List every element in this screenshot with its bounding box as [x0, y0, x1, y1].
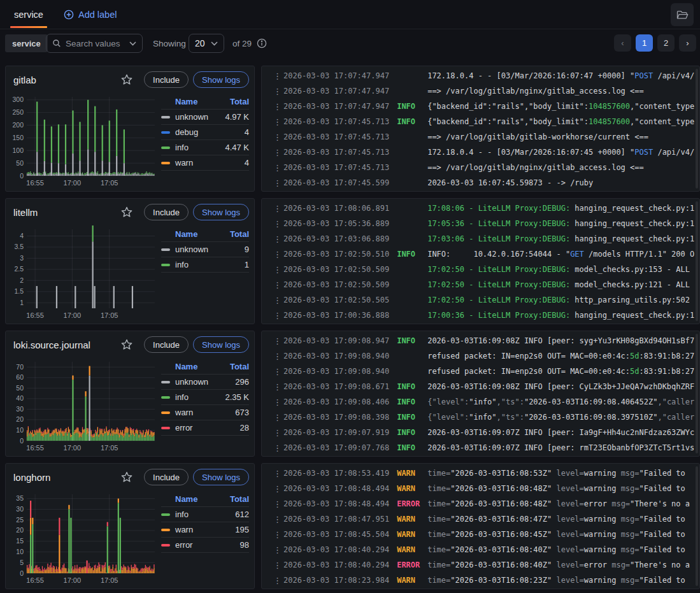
kebab-menu-icon[interactable]: ⋮ — [273, 132, 283, 142]
add-label-button[interactable]: Add label — [64, 0, 117, 29]
kebab-menu-icon[interactable]: ⋮ — [273, 515, 283, 524]
kebab-menu-icon[interactable]: ⋮ — [273, 443, 283, 453]
kebab-menu-icon[interactable]: ⋮ — [273, 163, 283, 173]
kebab-menu-icon[interactable]: ⋮ — [273, 499, 283, 509]
show-logs-button[interactable]: Show logs — [193, 469, 249, 485]
log-row[interactable]: ⋮2026-03-03 17:07:45.5992026-03-03 16:07… — [262, 175, 694, 190]
legend-row-info[interactable]: info612 — [161, 507, 249, 522]
log-panel-scrollbar[interactable] — [696, 334, 698, 454]
log-row[interactable]: ⋮2026-03-03 17:08:53.419WARNtime="2026-0… — [262, 466, 694, 481]
log-row[interactable]: ⋮2026-03-03 17:09:08.940refused packet: … — [262, 348, 694, 364]
log-row[interactable]: ⋮2026-03-03 17:02:50.50917:02:50 - LiteL… — [262, 277, 694, 292]
kebab-menu-icon[interactable]: ⋮ — [273, 71, 283, 81]
legend-row-info[interactable]: info2.35 K — [161, 390, 249, 405]
kebab-menu-icon[interactable]: ⋮ — [273, 296, 283, 305]
log-row[interactable]: ⋮2026-03-03 17:09:07.768INFO2026-03-03T1… — [262, 440, 694, 455]
kebab-menu-icon[interactable]: ⋮ — [273, 178, 283, 188]
log-row[interactable]: ⋮2026-03-03 17:09:08.671INFO2026-03-03T1… — [262, 379, 694, 394]
legend-row-unknown[interactable]: unknown4.97 K — [161, 110, 249, 125]
kebab-menu-icon[interactable]: ⋮ — [273, 336, 283, 346]
kebab-menu-icon[interactable]: ⋮ — [273, 367, 283, 376]
log-row[interactable]: ⋮2026-03-03 17:08:45.504WARNtime="2026-0… — [262, 527, 694, 542]
log-row[interactable]: ⋮2026-03-03 17:03:06.88917:03:06 - LiteL… — [262, 231, 694, 246]
favorite-star-icon[interactable] — [121, 74, 132, 85]
kebab-menu-icon[interactable]: ⋮ — [273, 428, 283, 438]
legend-row-unknown[interactable]: unknown9 — [161, 242, 249, 257]
legend-header-name[interactable]: Name — [161, 97, 230, 106]
legend-header-total[interactable]: Total — [230, 229, 249, 239]
log-panel-scrollbar[interactable] — [696, 466, 698, 586]
kebab-menu-icon[interactable]: ⋮ — [273, 117, 283, 127]
log-row[interactable]: ⋮2026-03-03 17:09:08.947INFO2026-03-03T1… — [262, 333, 694, 348]
chevron-down-icon[interactable] — [129, 41, 136, 46]
log-row[interactable]: ⋮2026-03-03 17:07:45.713INFO{"backend_id… — [262, 114, 694, 129]
legend-row-info[interactable]: info1 — [161, 257, 249, 273]
kebab-menu-icon[interactable]: ⋮ — [273, 102, 283, 111]
log-row[interactable]: ⋮2026-03-03 17:07:47.947172.18.0.4 - - [… — [262, 68, 694, 83]
include-button[interactable]: Include — [144, 336, 189, 353]
kebab-menu-icon[interactable]: ⋮ — [273, 265, 283, 275]
kebab-menu-icon[interactable]: ⋮ — [273, 397, 283, 407]
legend-row-error[interactable]: error98 — [161, 538, 249, 553]
legend-row-info[interactable]: info4.47 K — [161, 140, 249, 155]
legend-row-unknown[interactable]: unknown296 — [161, 375, 249, 390]
tab-service[interactable]: service — [10, 0, 47, 29]
legend-row-warn[interactable]: warn673 — [161, 405, 249, 420]
include-button[interactable]: Include — [144, 71, 189, 88]
log-row[interactable]: ⋮2026-03-03 17:09:07.919INFO2026-03-03T1… — [262, 425, 694, 440]
legend-header-total[interactable]: Total — [230, 97, 249, 106]
show-logs-button[interactable]: Show logs — [193, 71, 249, 88]
kebab-menu-icon[interactable]: ⋮ — [273, 250, 283, 259]
legend-header-total[interactable]: Total — [230, 494, 249, 504]
pagination-prev-button[interactable]: ‹ — [614, 34, 631, 52]
kebab-menu-icon[interactable]: ⋮ — [273, 413, 283, 422]
favorite-star-icon[interactable] — [121, 339, 132, 350]
log-row[interactable]: ⋮2026-03-03 17:09:08.940refused packet: … — [262, 364, 694, 379]
log-panel-scrollbar[interactable] — [696, 201, 698, 321]
pagination-page-1[interactable]: 1 — [636, 34, 653, 52]
kebab-menu-icon[interactable]: ⋮ — [273, 382, 283, 392]
kebab-menu-icon[interactable]: ⋮ — [273, 545, 283, 555]
legend-header-name[interactable]: Name — [161, 229, 230, 239]
kebab-menu-icon[interactable]: ⋮ — [273, 484, 283, 494]
kebab-menu-icon[interactable]: ⋮ — [273, 234, 283, 244]
show-logs-button[interactable]: Show logs — [193, 336, 249, 353]
log-row[interactable]: ⋮2026-03-03 17:05:36.88917:05:36 - LiteL… — [262, 216, 694, 231]
log-row[interactable]: ⋮2026-03-03 17:07:45.713==> /var/log/git… — [262, 160, 694, 175]
kebab-menu-icon[interactable]: ⋮ — [273, 219, 283, 229]
kebab-menu-icon[interactable]: ⋮ — [273, 469, 283, 478]
pagination-page-2[interactable]: 2 — [657, 34, 675, 52]
legend-row-error[interactable]: error28 — [161, 420, 249, 436]
kebab-menu-icon[interactable]: ⋮ — [273, 311, 283, 320]
kebab-menu-icon[interactable]: ⋮ — [273, 352, 283, 361]
search-values-input[interactable] — [66, 39, 125, 48]
search-values-combobox[interactable] — [46, 34, 143, 53]
log-row[interactable]: ⋮2026-03-03 17:07:47.947==> /var/log/git… — [262, 83, 694, 99]
log-row[interactable]: ⋮2026-03-03 17:07:45.713172.18.0.4 - - [… — [262, 145, 694, 160]
kebab-menu-icon[interactable]: ⋮ — [273, 204, 283, 213]
kebab-menu-icon[interactable]: ⋮ — [273, 530, 283, 539]
log-panel-scrollbar[interactable] — [696, 69, 698, 189]
favorite-star-icon[interactable] — [121, 206, 132, 218]
log-row[interactable]: ⋮2026-03-03 17:08:48.494ERRORtime="2026-… — [262, 496, 694, 511]
include-button[interactable]: Include — [144, 469, 189, 485]
info-icon[interactable] — [257, 38, 267, 51]
legend-row-warn[interactable]: warn195 — [161, 522, 249, 538]
favorite-star-icon[interactable] — [121, 471, 132, 483]
log-row[interactable]: ⋮2026-03-03 17:09:08.406INFO{"level":"in… — [262, 394, 694, 410]
pagination-next-button[interactable]: › — [679, 34, 696, 52]
kebab-menu-icon[interactable]: ⋮ — [273, 148, 283, 157]
kebab-menu-icon[interactable]: ⋮ — [273, 280, 283, 290]
kebab-menu-icon[interactable]: ⋮ — [273, 561, 283, 570]
log-row[interactable]: ⋮2026-03-03 17:02:50.510INFOINFO: 10.42.… — [262, 246, 694, 262]
legend-row-debug[interactable]: debug4 — [161, 125, 249, 140]
log-row[interactable]: ⋮2026-03-03 17:02:50.50517:02:50 - LiteL… — [262, 292, 694, 308]
legend-header-total[interactable]: Total — [230, 362, 249, 371]
log-row[interactable]: ⋮2026-03-03 17:09:08.398INFO{"level":"in… — [262, 410, 694, 425]
log-row[interactable]: ⋮2026-03-03 17:08:47.951WARNtime="2026-0… — [262, 511, 694, 527]
legend-row-warn[interactable]: warn4 — [161, 155, 249, 171]
legend-header-name[interactable]: Name — [161, 494, 230, 504]
page-size-select[interactable]: 20 — [189, 34, 224, 53]
log-row[interactable]: ⋮2026-03-03 17:08:48.494WARNtime="2026-0… — [262, 481, 694, 496]
kebab-menu-icon[interactable]: ⋮ — [273, 576, 283, 585]
